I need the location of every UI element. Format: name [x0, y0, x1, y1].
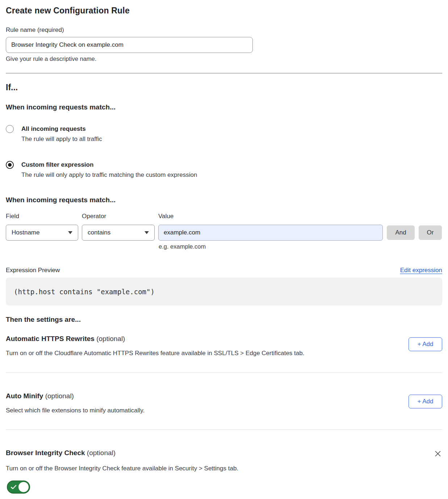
rule-name-label: Rule name (required) [6, 26, 442, 34]
setting-description: Turn on or off the Browser Integrity Che… [6, 465, 442, 472]
radio-description: The rule will only apply to traffic matc… [21, 171, 197, 179]
setting-title: Auto Minify [6, 392, 43, 400]
add-auto-minify-button[interactable]: + Add [409, 395, 442, 408]
browser-integrity-check-toggle[interactable] [7, 481, 30, 494]
setting-auto-minify: Auto Minify (optional) Select which file… [6, 392, 442, 414]
field-select-value: Hostname [12, 229, 39, 236]
radio-dot [8, 163, 12, 167]
expression-code-block: (http.host contains "example.com") [6, 278, 442, 305]
radio-label: All incoming requests [21, 125, 102, 133]
toggle-knob [18, 482, 29, 492]
chevron-down-icon [145, 231, 149, 234]
setting-description: Select which file extensions to minify a… [6, 407, 145, 414]
setting-optional-tag: (optional) [45, 392, 74, 400]
and-button[interactable]: And [387, 225, 415, 240]
setting-divider [6, 429, 442, 430]
field-column-label: Field [6, 213, 78, 220]
expression-code: (http.host contains "example.com") [14, 288, 155, 296]
setting-optional-tag: (optional) [87, 449, 116, 457]
radio-label: Custom filter expression [21, 161, 197, 169]
rule-name-input[interactable] [6, 37, 253, 53]
builder-row: Hostname contains And Or [6, 225, 442, 241]
if-heading: If... [6, 83, 442, 92]
add-https-rewrites-button[interactable]: + Add [409, 337, 442, 351]
builder-heading: When incoming requests match... [6, 196, 442, 204]
setting-optional-tag: (optional) [96, 335, 125, 342]
section-divider [6, 73, 442, 74]
close-icon [434, 450, 441, 457]
page-title: Create new Configuration Rule [6, 6, 442, 16]
checkmark-icon [11, 484, 17, 490]
operator-select-value: contains [88, 229, 110, 236]
or-button[interactable]: Or [419, 225, 442, 240]
chevron-down-icon [68, 231, 72, 234]
expression-preview-header: Expression Preview Edit expression [6, 267, 442, 274]
value-help-text: e.g. example.com [159, 243, 442, 250]
value-input[interactable] [158, 225, 383, 241]
setting-title: Browser Integrity Check [6, 449, 85, 457]
builder-column-labels: Field Operator Value [6, 213, 442, 220]
radio-option-custom-expression[interactable]: Custom filter expression The rule will o… [6, 161, 442, 179]
expression-preview-label: Expression Preview [6, 267, 60, 274]
setting-title: Automatic HTTPS Rewrites [6, 335, 95, 342]
radio-selected-icon[interactable] [6, 161, 14, 169]
remove-setting-button[interactable] [434, 449, 442, 459]
operator-column-label: Operator [82, 213, 155, 220]
setting-browser-integrity-check: Browser Integrity Check (optional) Turn … [6, 449, 442, 494]
radio-description: The rule will apply to all traffic [21, 136, 102, 143]
rule-name-help: Give your rule a descriptive name. [6, 55, 442, 62]
value-column-label: Value [158, 213, 383, 220]
operator-select[interactable]: contains [82, 225, 155, 241]
setting-automatic-https-rewrites: Automatic HTTPS Rewrites (optional) Turn… [6, 334, 442, 357]
field-select[interactable]: Hostname [6, 225, 78, 241]
radio-unselected-icon[interactable] [6, 125, 14, 133]
setting-description: Turn on or off the Cloudflare Automatic … [6, 350, 304, 357]
match-subheading: When incoming requests match... [6, 103, 442, 111]
radio-option-all-requests[interactable]: All incoming requests The rule will appl… [6, 125, 442, 143]
edit-expression-link[interactable]: Edit expression [400, 267, 442, 274]
setting-divider [6, 373, 442, 373]
then-heading: Then the settings are... [6, 316, 442, 324]
